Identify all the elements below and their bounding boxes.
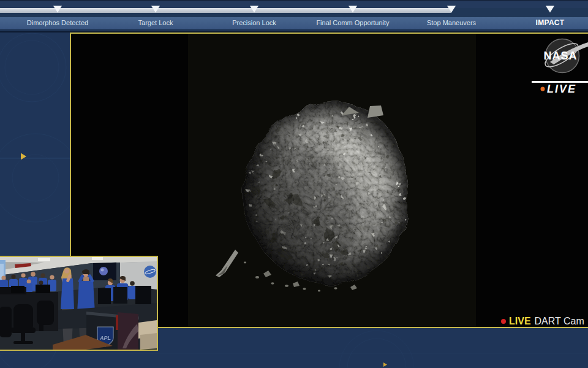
svg-text:NASA: NASA <box>543 50 577 62</box>
svg-text:APL: APL <box>99 335 111 341</box>
svg-text:LIVE: LIVE <box>547 83 576 95</box>
